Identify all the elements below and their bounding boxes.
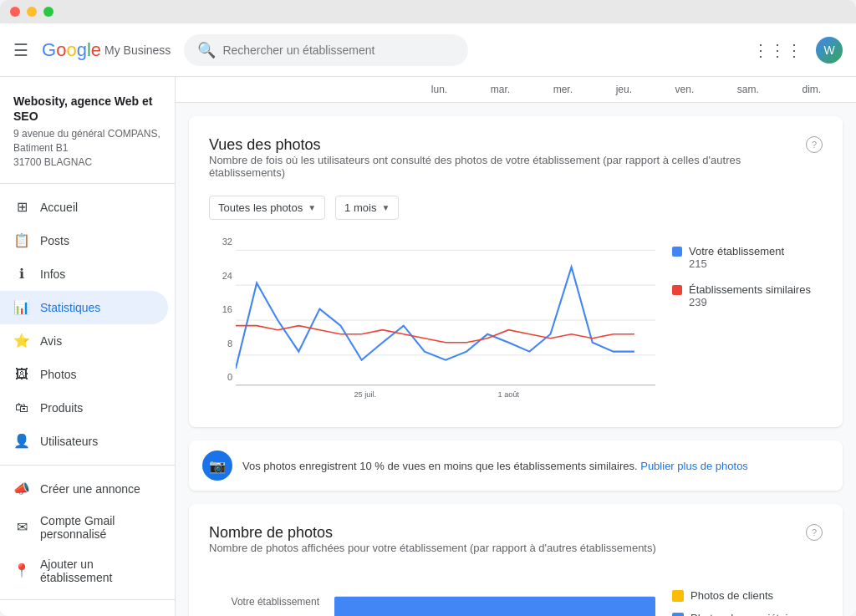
y-label-0: 0: [209, 372, 232, 382]
day-label-mer: mer.: [553, 84, 573, 95]
header: ☰ Google My Business 🔍 ⋮⋮⋮ W: [0, 23, 856, 77]
sidebar-label: Posts: [40, 234, 69, 247]
filter-period-select[interactable]: 1 mois ▼: [335, 196, 399, 220]
vues-photos-help-icon[interactable]: ?: [806, 136, 823, 153]
sidebar-label: Accueil: [40, 201, 78, 214]
bar-chart-container: Votre établissement Établissements simil…: [209, 581, 655, 616]
vues-photos-card: Vues des photos Nombre de fois où les ut…: [189, 116, 843, 427]
legend-color-similaires: [672, 285, 682, 295]
sidebar-item-avis[interactable]: ⭐ Avis: [0, 324, 168, 358]
bar-svg-wrapper: 0 4 8 12 16: [334, 581, 655, 616]
blue-line: [236, 267, 634, 368]
minimize-dot[interactable]: [27, 7, 37, 17]
y-label-16: 16: [209, 304, 232, 314]
logo-mybusiness: My Business: [104, 43, 171, 57]
ajouter-icon: 📍: [13, 563, 30, 579]
sidebar-item-photos[interactable]: 🖼 Photos: [0, 358, 168, 391]
gmail-icon: ✉: [13, 519, 30, 536]
sidebar-item-gmail[interactable]: ✉ Compte Gmail personnalisé: [0, 506, 168, 549]
nombre-photos-title: Nombre de photos: [209, 524, 656, 542]
legend-label-votre: Votre établissement: [689, 245, 784, 257]
legend-similaires: Établissements similaires 239: [672, 283, 823, 308]
sidebar: Webosity, agence Web et SEO 9 avenue du …: [0, 77, 176, 616]
day-label-jeu: jeu.: [616, 84, 632, 95]
sidebar-label: Compte Gmail personnalisé: [40, 514, 155, 541]
day-label-lun: lun.: [431, 84, 447, 95]
bar-chart-area: Votre établissement Établissements simil…: [209, 581, 823, 616]
infos-icon: ℹ: [13, 266, 30, 283]
sidebar-item-etablissements[interactable]: 🏢 Établissements: [0, 607, 168, 616]
filter-photos-select[interactable]: Toutes les photos ▼: [209, 196, 325, 220]
window-chrome: [0, 0, 856, 23]
day-label-sam: sam.: [737, 84, 759, 95]
bar-label-votre: Votre établissement: [209, 596, 326, 608]
sidebar-label: Statistiques: [40, 301, 100, 314]
sidebar-label: Avis: [40, 334, 62, 348]
utilisateurs-icon: 👤: [13, 433, 30, 450]
line-chart-svg: 25 juil. 1 août: [236, 237, 655, 404]
sidebar-label: Ajouter un établissement: [40, 557, 155, 584]
sidebar-business-address: 9 avenue du général COMPANS, Batiment B1…: [13, 127, 161, 169]
sidebar-item-creer-annonce[interactable]: 📣 Créer une annonce: [0, 472, 168, 506]
close-dot[interactable]: [10, 7, 20, 17]
day-label-ven: ven.: [675, 84, 695, 95]
chevron-down-icon: ▼: [381, 203, 390, 212]
sidebar-label: Infos: [40, 267, 65, 281]
maximize-dot[interactable]: [43, 7, 54, 17]
sidebar-label: Produits: [40, 401, 83, 415]
sidebar-label: Créer une annonce: [40, 482, 140, 496]
sidebar-divider-2: [0, 599, 175, 600]
publish-photos-link[interactable]: Publier plus de photos: [640, 460, 748, 472]
bar-votre: [334, 597, 655, 616]
filter-photos-label: Toutes les photos: [218, 201, 303, 214]
camera-icon: 📷: [202, 451, 232, 481]
legend-label-proprietaire: Photos du propriétaire: [690, 612, 797, 616]
avis-icon: ⭐: [13, 333, 30, 349]
apps-icon[interactable]: ⋮⋮⋮: [752, 40, 802, 60]
nombre-photos-help-icon[interactable]: ?: [806, 524, 823, 541]
nombre-photos-subtitle: Nombre de photos affichées pour votre ét…: [209, 542, 656, 554]
bar-y-labels: Votre établissement Établissements simil…: [209, 581, 326, 616]
search-icon: 🔍: [197, 41, 216, 59]
posts-icon: 📋: [13, 232, 30, 249]
nombre-photos-card: Nombre de photos Nombre de photos affich…: [189, 504, 843, 616]
day-label-mar: mar.: [491, 84, 510, 95]
sidebar-item-statistiques[interactable]: 📊 Statistiques: [0, 291, 168, 324]
x-label-1aout: 1 août: [498, 390, 520, 399]
legend-votre: Votre établissement 215: [672, 245, 823, 270]
day-label-dim: dim.: [802, 84, 821, 95]
legend-color-clients: [672, 590, 684, 602]
legend-clients: Photos de clients: [672, 589, 823, 602]
sidebar-item-posts[interactable]: 📋 Posts: [0, 224, 168, 257]
info-banner-text: Vos photos enregistrent 10 % de vues en …: [242, 460, 748, 472]
menu-icon[interactable]: ☰: [13, 40, 28, 60]
avatar[interactable]: W: [816, 37, 843, 64]
search-input[interactable]: [222, 43, 455, 57]
y-axis: 32 24 16 8 0: [209, 237, 232, 382]
sidebar-item-utilisateurs[interactable]: 👤 Utilisateurs: [0, 425, 168, 458]
sidebar-label: Photos: [40, 368, 77, 381]
filter-period-label: 1 mois: [344, 201, 376, 214]
sidebar-item-ajouter[interactable]: 📍 Ajouter un établissement: [0, 549, 168, 593]
legend-value-similaires: 239: [689, 296, 823, 308]
chart-area: 32 24 16 8 0: [209, 237, 823, 407]
sidebar-item-produits[interactable]: 🛍 Produits: [0, 391, 168, 425]
home-icon: ⊞: [13, 199, 30, 216]
logo-text: Google: [42, 39, 101, 61]
filter-row: Toutes les photos ▼ 1 mois ▼: [209, 196, 823, 220]
vues-photos-subtitle: Nombre de fois où les utilisateurs ont c…: [209, 154, 806, 179]
chart-legend: Votre établissement 215 Établissements s…: [672, 237, 823, 407]
sidebar-label: Utilisateurs: [40, 435, 98, 448]
search-bar[interactable]: 🔍: [184, 34, 468, 66]
legend-proprietaire: Photos du propriétaire: [672, 612, 823, 616]
sidebar-divider-1: [0, 465, 175, 466]
main-content: lun. mar. mer. jeu. ven. sam. dim. Vues …: [176, 77, 856, 616]
y-label-8: 8: [209, 339, 232, 349]
sidebar-item-infos[interactable]: ℹ Infos: [0, 257, 168, 291]
chart-svg-wrapper: 25 juil. 1 août: [236, 237, 655, 407]
photos-icon: 🖼: [13, 366, 30, 383]
legend-color-proprietaire: [672, 613, 684, 617]
sidebar-item-accueil[interactable]: ⊞ Accueil: [0, 191, 168, 224]
legend-label-clients: Photos de clients: [690, 589, 773, 602]
vues-photos-title: Vues des photos: [209, 136, 806, 154]
